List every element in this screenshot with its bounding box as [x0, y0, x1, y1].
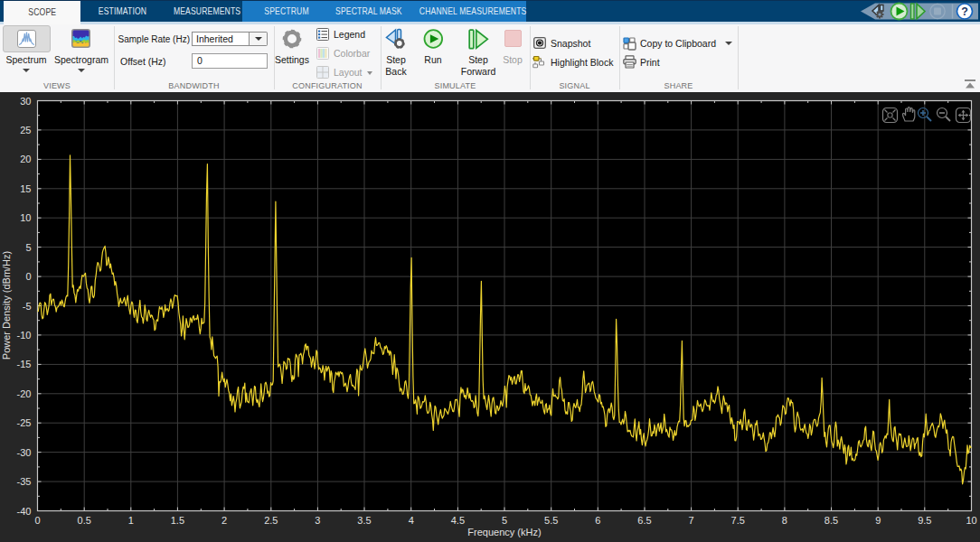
svg-text:-15: -15 — [17, 359, 32, 369]
svg-text:30: 30 — [20, 96, 31, 107]
svg-text:-35: -35 — [17, 476, 32, 487]
svg-text:2: 2 — [221, 515, 227, 526]
svg-text:8.5: 8.5 — [825, 515, 838, 526]
svg-text:Frequency (kHz): Frequency (kHz) — [467, 527, 541, 537]
svg-text:-30: -30 — [17, 447, 32, 458]
svg-text:15: 15 — [20, 183, 31, 194]
svg-text:-20: -20 — [17, 388, 32, 399]
svg-text:5: 5 — [502, 515, 507, 526]
svg-text:Power Density (dBm/Hz): Power Density (dBm/Hz) — [1, 251, 12, 360]
svg-text:9.5: 9.5 — [918, 515, 931, 526]
svg-text:3.5: 3.5 — [357, 515, 371, 526]
svg-text:-10: -10 — [17, 330, 32, 341]
svg-text:10: 10 — [20, 212, 31, 223]
svg-text:0: 0 — [25, 271, 31, 282]
svg-text:1.5: 1.5 — [171, 515, 184, 526]
svg-text:6.5: 6.5 — [637, 515, 651, 526]
svg-text:1: 1 — [128, 515, 134, 526]
svg-text:0.5: 0.5 — [78, 515, 91, 526]
svg-text:3: 3 — [315, 515, 320, 526]
svg-text:8: 8 — [782, 515, 787, 526]
svg-text:10: 10 — [966, 515, 976, 526]
svg-text:20: 20 — [20, 154, 31, 164]
svg-text:7: 7 — [689, 515, 694, 526]
svg-text:5: 5 — [25, 242, 31, 253]
svg-text:4: 4 — [409, 515, 414, 526]
svg-text:7.5: 7.5 — [731, 515, 745, 526]
svg-text:25: 25 — [20, 125, 31, 136]
svg-text:-40: -40 — [17, 506, 32, 517]
svg-text:2.5: 2.5 — [264, 515, 278, 526]
svg-text:9: 9 — [875, 515, 881, 526]
svg-text:5.5: 5.5 — [544, 515, 558, 526]
svg-text:6: 6 — [595, 515, 600, 526]
svg-text:0: 0 — [34, 515, 40, 526]
svg-text:-25: -25 — [17, 417, 32, 428]
svg-text:4.5: 4.5 — [451, 515, 465, 526]
svg-text:-5: -5 — [23, 301, 32, 312]
